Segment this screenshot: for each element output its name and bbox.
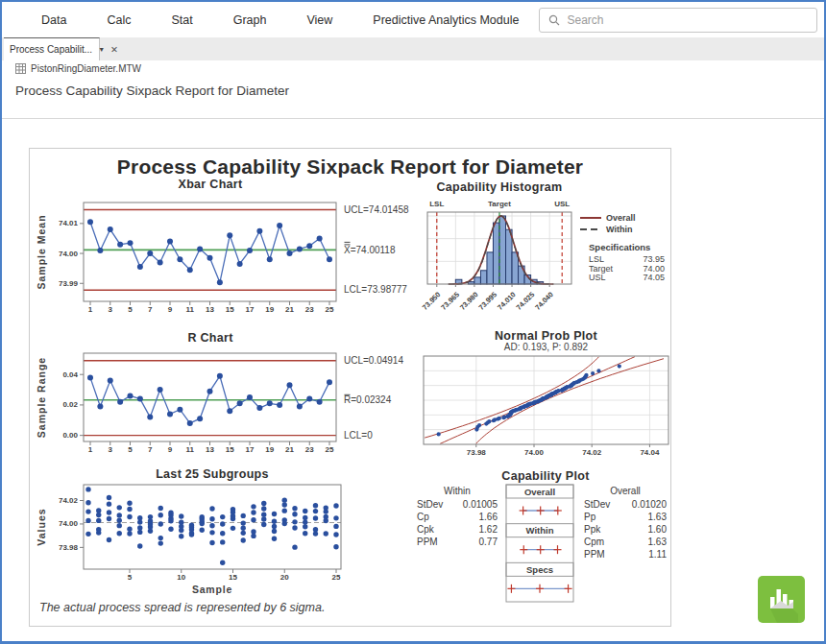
svg-text:73.98: 73.98 [467,448,487,457]
report-title: Process Capability Sixpack Report for Di… [30,155,670,179]
capability-intervals[interactable]: OverallWithinSpecs [505,484,576,607]
svg-text:Target: Target [589,264,614,274]
svg-text:73.99: 73.99 [59,279,79,288]
stat-value: 1.62 [479,523,498,536]
histogram-plot[interactable]: LSLTargetUSL73.95073.96573.98073.99574.0… [392,193,670,337]
xbar-ylabel: Sample Mean [36,214,47,289]
svg-text:73.980: 73.980 [458,290,480,312]
menu-item-predictive-analytics-module[interactable]: Predictive Analytics Module [352,13,539,27]
stat-label: Pp [584,511,595,523]
search-box[interactable] [539,8,817,33]
last25-chart-block[interactable]: Last 25 Subgroups73.9874.0074.0251015202… [32,467,412,602]
capability-stats-overall: OverallStDev0.01020Pp1.63Ppk1.60Cpm1.63P… [584,486,667,561]
svg-text:Sample: Sample [192,584,232,595]
stat-value: 0.01020 [632,498,667,511]
histogram-title: Capability Histogram [392,180,607,194]
worksheet-name: PistonRingDiameter.MTW [31,63,141,74]
svg-text:9: 9 [168,445,173,454]
capability-stats-overall-header: Overall [584,486,667,496]
svg-text:Specifications: Specifications [589,242,650,252]
stat-value: 1.11 [648,548,667,561]
svg-text:74.00: 74.00 [524,448,545,457]
svg-text:Within: Within [526,525,554,536]
minitab-logo[interactable] [758,576,805,623]
app-window: DataCalcStatGraphViewPredictive Analytic… [0,0,826,644]
svg-text:0.02: 0.02 [62,400,78,409]
stat-row: PPM1.11 [584,548,667,561]
stat-row: Ppk1.60 [584,523,667,536]
svg-text:74.05: 74.05 [643,273,665,282]
svg-text:Target: Target [488,200,511,208]
svg-text:5: 5 [128,305,133,314]
svg-text:R=0.02324: R=0.02324 [344,394,392,405]
rchart-plot[interactable]: 0.000.020.04135791113151719212325Sample … [32,344,412,464]
svg-text:15: 15 [229,573,237,582]
stat-row: StDev0.01020 [584,498,667,511]
menu-items: DataCalcStatGraphViewPredictive Analytic… [21,13,539,27]
rchart-chart-block[interactable]: R Chart0.000.020.04135791113151719212325… [32,331,412,477]
xbar-chart-block[interactable]: Xbar Chart73.9974.0074.01135791113151719… [32,178,412,323]
menu-item-view[interactable]: View [286,13,352,27]
svg-text:74.00: 74.00 [59,519,79,528]
worksheet-row[interactable]: PistonRingDiameter.MTW [15,63,141,74]
stat-label: Ppk [584,523,600,536]
stat-row: PPM0.77 [417,536,498,548]
report-panel: Process Capability Sixpack Report for Di… [29,148,671,627]
svg-text:LSL: LSL [429,200,444,208]
probplot-chart-block[interactable]: Normal Prob PlotAD: 0.193, P: 0.89273.98… [392,329,670,467]
menu-item-calc[interactable]: Calc [86,13,151,27]
rchart-title: R Chart [32,331,389,345]
last25-title: Last 25 Subgroups [32,467,393,481]
svg-text:Specs: Specs [526,564,553,575]
svg-text:74.040: 74.040 [533,290,555,312]
capability-chart-block[interactable]: Capability PlotWithinStDev0.01005Cp1.66C… [392,469,670,608]
svg-text:74.01: 74.01 [59,219,79,227]
svg-text:19: 19 [265,445,274,454]
svg-text:1: 1 [88,305,93,314]
svg-text:LSL: LSL [589,254,604,264]
stat-row: Cpm1.63 [584,536,667,548]
svg-text:74.04: 74.04 [640,448,660,457]
stat-value: 1.60 [648,523,667,536]
menu-item-graph[interactable]: Graph [213,13,287,27]
tab-process-capability[interactable]: Process Capabilit... ▼ ✕ [4,37,100,60]
svg-text:19: 19 [265,305,274,314]
histogram-chart-block[interactable]: Capability HistogramLSLTargetUSL73.95073… [392,178,670,329]
svg-text:5: 5 [128,445,133,454]
divider [2,118,824,119]
stat-row: Cp1.66 [417,511,498,523]
svg-text:X=74.00118: X=74.00118 [344,245,396,255]
svg-text:11: 11 [186,445,195,454]
svg-text:USL: USL [589,273,606,282]
svg-text:21: 21 [285,305,294,314]
stat-label: PPM [584,548,605,561]
svg-text:25: 25 [326,445,334,454]
svg-text:Within: Within [606,225,632,234]
search-input[interactable] [567,13,797,27]
svg-text:3: 3 [109,445,113,454]
svg-text:7: 7 [148,305,153,314]
output-heading: Process Capability Sixpack Report for Di… [15,83,289,98]
stat-value: 0.77 [479,536,498,548]
stat-label: StDev [584,498,610,511]
menu-item-data[interactable]: Data [21,13,86,27]
capability-title: Capability Plot [425,469,666,483]
svg-text:74.025: 74.025 [515,290,537,312]
chevron-down-icon[interactable]: ▼ [98,46,105,53]
probplot-plot[interactable]: 73.9874.0074.0274.04 [392,354,670,462]
menu-item-stat[interactable]: Stat [151,13,212,27]
svg-text:73.950: 73.950 [421,290,443,312]
stat-label: PPM [417,536,438,548]
svg-text:15: 15 [226,445,234,454]
close-icon[interactable]: ✕ [110,44,118,55]
svg-text:17: 17 [246,305,255,314]
last25-plot[interactable]: 73.9874.0074.02510152025ValuesSample [32,481,412,598]
stat-label: Cp [417,511,429,523]
xbar-plot[interactable]: 73.9974.0074.01135791113151719212325Samp… [32,191,412,323]
tab-strip: Process Capabilit... ▼ ✕ [2,37,824,60]
svg-text:9: 9 [168,305,173,314]
capability-stats-within-header: Within [417,486,498,496]
svg-text:20: 20 [280,573,289,582]
svg-text:73.965: 73.965 [439,290,461,312]
svg-text:10: 10 [177,573,185,582]
